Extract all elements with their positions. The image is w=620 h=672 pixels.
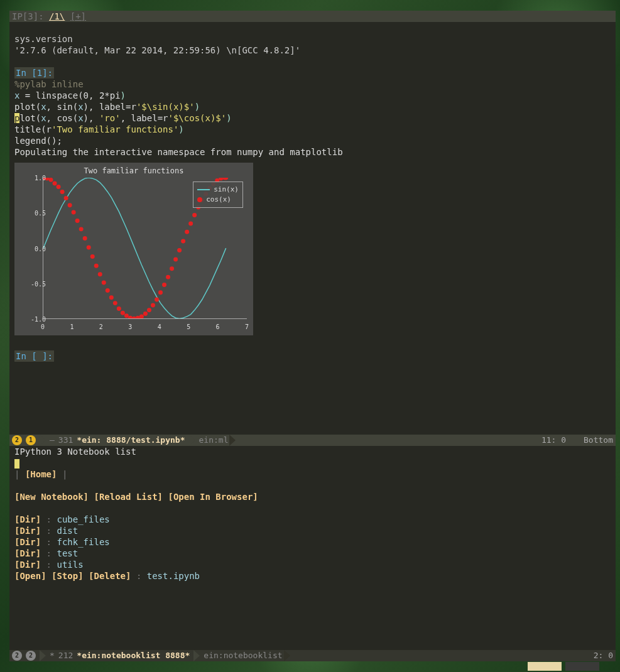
- code-area[interactable]: sys.version '2.7.6 (default, Mar 22 2014…: [9, 22, 616, 158]
- code-area[interactable]: In [ ]:: [9, 339, 616, 373]
- taskbar-item[interactable]: [528, 662, 562, 671]
- cos-point: [57, 185, 61, 189]
- cos-point: [68, 203, 72, 207]
- in-prompt: In [1]:: [14, 67, 54, 79]
- code-line: plot(x, cos(x), 'ro', label=r'$\cos(x)$'…: [14, 113, 232, 123]
- y-tick: -0.5: [21, 280, 46, 287]
- cos-point: [83, 236, 87, 241]
- major-mode: ein:notebooklist: [204, 650, 282, 661]
- x-tick: 3: [128, 323, 132, 330]
- cursor-position: 11: 0: [541, 435, 566, 446]
- cos-point: [155, 298, 159, 302]
- x-tick: 2: [99, 323, 103, 330]
- code-line: %pylab inline: [14, 79, 84, 89]
- stdout-line: Populating the interactive namespace fro…: [14, 147, 343, 157]
- reload-list-button[interactable]: [Reload List]: [94, 492, 163, 502]
- x-tick: 7: [245, 323, 249, 330]
- chevron-right-icon: [189, 435, 195, 446]
- cos-point: [53, 181, 57, 185]
- file-name[interactable]: test.ipynb: [147, 571, 200, 581]
- dir-button[interactable]: [Dir]: [14, 560, 41, 570]
- modeline-top: 2 1 — 331 *ein: 8888/test.ipynb* ein:ml …: [9, 435, 616, 446]
- notebook-pane: IP[3]: /1\ [+] sys.version '2.7.6 (defau…: [9, 11, 616, 435]
- modeline-star: *: [50, 650, 55, 661]
- buffer-name: *ein:notebooklist 8888*: [77, 650, 190, 661]
- taskbar-item[interactable]: [565, 662, 599, 671]
- cos-point: [188, 221, 193, 225]
- dir-button[interactable]: [Dir]: [14, 526, 41, 536]
- taskbar: [528, 662, 599, 671]
- cos-point: [94, 264, 99, 268]
- dir-row: [Dir] : dist: [14, 525, 611, 536]
- cos-point: [106, 288, 110, 293]
- dir-name[interactable]: dist: [57, 526, 78, 536]
- tab-selected[interactable]: /1\: [49, 11, 65, 21]
- dir-name[interactable]: test: [57, 548, 78, 558]
- dir-name[interactable]: utils: [57, 560, 83, 570]
- plot-area: sin(x) cos(x): [43, 178, 247, 319]
- cos-point: [90, 254, 95, 259]
- workspace-badge[interactable]: 1: [26, 435, 36, 445]
- nblist-header: IPython 3 Notebook list: [14, 446, 611, 457]
- x-tick: 5: [187, 323, 190, 330]
- chevron-right-icon: [40, 435, 46, 446]
- out-line: '2.7.6 (default, Mar 22 2014, 22:59:56) …: [14, 45, 300, 55]
- cos-point: [181, 239, 185, 243]
- chart: Two familiar functions sin(x) cos(x) -1.…: [14, 163, 253, 335]
- major-mode: ein:ml: [199, 435, 229, 446]
- notebook-list[interactable]: IPython 3 Notebook list | [Home] | [New …: [9, 446, 616, 582]
- y-tick: -1.0: [21, 316, 46, 323]
- cos-point: [170, 266, 174, 271]
- cos-point: [75, 219, 80, 223]
- chevron-right-icon: [193, 650, 200, 661]
- tab-add[interactable]: [+]: [70, 11, 86, 21]
- chart-title: Two familiar functions: [14, 166, 253, 175]
- stop-button[interactable]: [Stop]: [52, 571, 84, 581]
- dir-name[interactable]: cube_files: [57, 514, 109, 524]
- out-line: sys.version: [14, 34, 73, 44]
- cos-point: [60, 190, 65, 194]
- x-tick: 1: [70, 323, 73, 330]
- chevron-right-icon: [284, 650, 290, 661]
- dir-button[interactable]: [Dir]: [14, 548, 41, 558]
- dir-row: [Dir] : test: [14, 548, 611, 559]
- cos-point: [177, 248, 182, 252]
- breadcrumb-sep: |: [14, 469, 19, 479]
- dir-row: [Dir] : cube_files: [14, 514, 611, 525]
- legend-label: cos(x): [206, 195, 231, 205]
- open-button[interactable]: [Open]: [14, 571, 46, 581]
- cos-point: [166, 275, 170, 279]
- code-line: title(r'Two familiar functions'): [14, 124, 184, 134]
- buffer-name: *ein: 8888/test.ipynb*: [77, 435, 185, 446]
- workspace-badge[interactable]: 2: [26, 651, 36, 661]
- modeline-num: 212: [58, 650, 73, 661]
- cos-point: [185, 230, 189, 234]
- cos-point: [151, 303, 155, 307]
- open-in-browser-button[interactable]: [Open In Browser]: [168, 492, 258, 502]
- chevron-right-icon: [40, 650, 46, 661]
- y-tick: 1.0: [21, 175, 46, 182]
- cos-point: [136, 316, 140, 319]
- scroll-position: Bottom: [584, 435, 613, 446]
- cursor: [14, 459, 19, 469]
- dir-button[interactable]: [Dir]: [14, 537, 41, 547]
- code-line: plot(x, sin(x), label=r'$\sin(x)$'): [14, 102, 200, 112]
- x-tick: 6: [216, 323, 220, 330]
- delete-button[interactable]: [Delete]: [89, 571, 131, 581]
- dir-button[interactable]: [Dir]: [14, 514, 41, 524]
- workspace-badge[interactable]: 2: [12, 435, 22, 445]
- legend-row: cos(x): [197, 195, 239, 205]
- cos-point: [158, 290, 163, 295]
- breadcrumb-home[interactable]: [Home]: [25, 469, 57, 479]
- x-tick: 0: [41, 323, 45, 330]
- new-notebook-button[interactable]: [New Notebook]: [14, 492, 89, 502]
- breadcrumb-sep: |: [62, 469, 67, 479]
- legend-dot-icon: [197, 197, 202, 202]
- cos-point: [147, 308, 151, 312]
- workspace-badge[interactable]: 2: [12, 651, 22, 661]
- legend-line-icon: [197, 189, 210, 190]
- cos-point: [219, 178, 223, 181]
- dir-name[interactable]: fchk_files: [57, 537, 109, 547]
- cos-point: [192, 213, 197, 217]
- cos-point: [113, 301, 117, 305]
